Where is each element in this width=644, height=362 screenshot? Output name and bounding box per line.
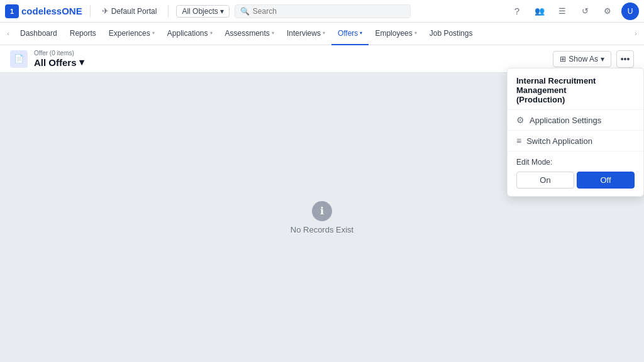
nav-item-employees[interactable]: Employees ▾ [369,23,423,45]
switch-application-label: Switch Application [526,136,592,146]
nav-job-postings-label: Job Postings [430,29,473,38]
settings-icon-button[interactable]: ⚙ [599,3,616,20]
sub-header-right: ⊞ Show As ▾ ••• [553,50,634,68]
avatar-initials: U [628,7,633,16]
content-area: 📄 Offer (0 items) All Offers ▾ ⊞ Show As… [0,45,644,362]
show-as-label: Show As [569,55,598,63]
dropdown-popup: Internal Recruitment Management (Product… [507,68,644,197]
nav-item-experiences[interactable]: Experiences ▾ [103,23,161,45]
logo-icon: 1 [5,4,19,18]
list-icon-button[interactable]: ☰ [553,3,571,20]
sub-header-icon: 📄 [10,50,28,68]
divider [90,5,91,18]
nav-item-dashboard[interactable]: Dashboard [14,23,64,45]
nav-assessments-label: Assessments [225,29,270,38]
title-caret: ▾ [79,57,84,68]
nav-item-applications[interactable]: Applications ▾ [161,23,219,45]
nav-offers-label: Offers [338,29,358,38]
settings-icon: ⚙ [604,6,611,16]
nav-dashboard-label: Dashboard [20,29,57,38]
settings-menu-icon: ⚙ [516,115,525,125]
empty-info-icon: ℹ [312,201,332,221]
app-logo[interactable]: 1 codelessONE [5,4,82,18]
switch-app-icon: ≡ [516,136,521,146]
popup-subtitle: (Production) [516,95,635,104]
switch-application-item[interactable]: ≡ Switch Application [508,131,643,151]
offer-count-label: Offer (0 items) [34,50,84,57]
top-bar-right: ? 👥 ☰ ↺ ⚙ U [508,3,639,20]
nav-experiences-label: Experiences [109,29,150,38]
nav-item-reports[interactable]: Reports [64,23,103,45]
portal-label: Default Portal [111,7,157,16]
logo-text: codelessONE [21,6,82,16]
nav-applications-label: Applications [167,29,208,38]
help-icon-button[interactable]: ? [508,3,526,20]
nav-next-arrow[interactable]: › [630,23,641,45]
nav-item-offers[interactable]: Offers ▾ [331,23,369,45]
nav-interviews-label: Interviews [287,29,321,38]
application-settings-label: Application Settings [530,116,601,125]
send-icon: ✈ [102,6,109,16]
nav-bar: ‹ Dashboard Reports Experiences ▾ Applic… [0,23,644,45]
history-icon-button[interactable]: ↺ [576,3,594,20]
user-avatar[interactable]: U [621,3,639,20]
all-objects-label: All Objects [182,7,218,16]
interviews-caret: ▾ [323,30,325,36]
search-icon: 🔍 [240,7,250,16]
users-icon: 👥 [535,6,545,16]
edit-mode-on-button[interactable]: On [516,172,574,189]
document-icon: 📄 [14,54,24,63]
assessments-caret: ▾ [272,30,274,36]
employees-caret: ▾ [414,30,417,36]
more-icon: ••• [621,54,630,64]
all-objects-button[interactable]: All Objects ▾ [176,5,229,18]
empty-text: No Records Exist [291,225,353,234]
experiences-caret: ▾ [152,30,155,36]
show-as-caret: ▾ [601,55,604,63]
nav-reports-label: Reports [70,29,96,38]
divider2 [168,5,169,18]
application-settings-item[interactable]: ⚙ Application Settings [508,110,643,130]
users-icon-button[interactable]: 👥 [531,3,548,20]
edit-mode-label: Edit Mode: [516,158,635,167]
nav-item-job-postings[interactable]: Job Postings [423,23,479,45]
applications-caret: ▾ [210,30,213,36]
edit-mode-buttons: On Off [516,172,635,189]
offers-caret: ▾ [360,30,362,36]
portal-button[interactable]: ✈ Default Portal [98,5,161,17]
top-bar: 1 codelessONE ✈ Default Portal All Objec… [0,0,644,23]
search-bar: 🔍 [235,4,411,18]
nav-item-assessments[interactable]: Assessments ▾ [219,23,280,45]
all-offers-title[interactable]: All Offers ▾ [34,57,84,68]
list-icon: ☰ [558,6,566,16]
popup-header: Internal Recruitment Management (Product… [508,69,643,110]
more-options-button[interactable]: ••• [616,50,634,68]
sub-header-info: Offer (0 items) All Offers ▾ [34,50,84,68]
edit-mode-section: Edit Mode: On Off [508,151,643,196]
history-icon: ↺ [582,6,589,16]
edit-mode-off-button[interactable]: Off [577,172,635,189]
nav-prev-arrow[interactable]: ‹ [3,23,14,45]
all-objects-caret: ▾ [220,7,224,16]
help-icon: ? [514,6,519,16]
show-as-button[interactable]: ⊞ Show As ▾ [553,51,611,67]
nav-employees-label: Employees [375,29,412,38]
nav-item-interviews[interactable]: Interviews ▾ [280,23,331,45]
popup-title: Internal Recruitment Management [516,76,635,95]
show-as-grid-icon: ⊞ [560,55,566,63]
search-input[interactable] [253,7,405,16]
